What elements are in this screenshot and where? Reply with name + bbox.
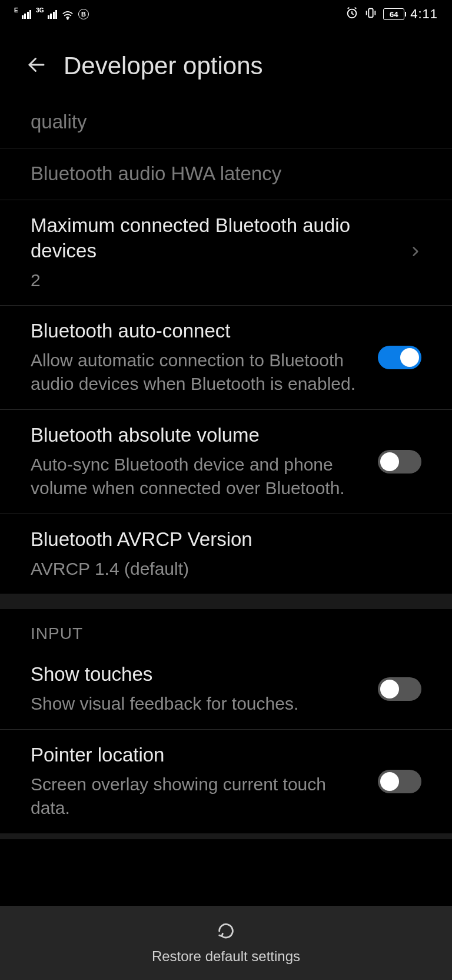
back-arrow-icon[interactable] <box>26 54 47 78</box>
svg-point-0 <box>67 18 68 19</box>
svg-rect-2 <box>369 8 373 17</box>
chevron-right-icon <box>410 246 421 260</box>
setting-pointer-location[interactable]: Pointer location Screen overlay showing … <box>0 730 452 833</box>
setting-title: Bluetooth absolute volume <box>31 423 364 448</box>
page-header: Developer options <box>0 28 452 97</box>
restore-defaults-button[interactable]: Restore default settings <box>0 906 452 980</box>
status-left: E 3G B <box>14 9 89 19</box>
setting-title: Pointer location <box>31 743 364 768</box>
vibrate-icon <box>364 6 377 22</box>
wifi-icon <box>62 9 74 19</box>
setting-title: quality <box>31 110 421 135</box>
signal-icon-2 <box>48 10 58 19</box>
setting-hwa-latency[interactable]: Bluetooth audio HWA latency <box>0 148 452 200</box>
alarm-icon <box>345 6 358 22</box>
toggle-show-touches[interactable] <box>378 677 421 701</box>
setting-title: Bluetooth AVRCP Version <box>31 527 421 552</box>
setting-avrcp-version[interactable]: Bluetooth AVRCP Version AVRCP 1.4 (defau… <box>0 514 452 594</box>
setting-title: Show touches <box>31 662 364 687</box>
setting-description: Screen overlay showing current touch dat… <box>31 773 364 820</box>
status-bar: E 3G B 64 4:11 <box>0 0 452 28</box>
section-divider <box>0 594 452 609</box>
setting-value: 2 <box>31 269 396 293</box>
setting-quality[interactable]: quality <box>0 97 452 148</box>
battery-icon: 64 <box>383 8 404 20</box>
page-title: Developer options <box>64 52 263 80</box>
toggle-pointer-location[interactable] <box>378 770 421 793</box>
setting-description: Auto-sync Bluetooth device and phone vol… <box>31 453 364 501</box>
restore-icon <box>216 921 236 943</box>
setting-show-touches[interactable]: Show touches Show visual feedback for to… <box>0 649 452 729</box>
signal-icon-1 <box>22 10 32 19</box>
setting-title: Maximum connected Bluetooth audio device… <box>31 213 396 264</box>
clock-time: 4:11 <box>410 6 438 22</box>
signal-network-label-1: E <box>14 7 18 14</box>
toggle-bluetooth-auto-connect[interactable] <box>378 346 421 369</box>
setting-title: Bluetooth audio HWA latency <box>31 161 421 187</box>
setting-title: Bluetooth auto-connect <box>31 319 364 344</box>
setting-description: Allow automatic connection to Bluetooth … <box>31 349 364 396</box>
status-right: 64 4:11 <box>345 6 438 22</box>
signal-network-label-2: 3G <box>36 7 44 14</box>
circle-b-icon: B <box>78 9 89 19</box>
section-divider <box>0 833 452 839</box>
setting-description: Show visual feedback for touches. <box>31 692 364 716</box>
section-header-input: INPUT <box>0 609 452 649</box>
settings-list: quality Bluetooth audio HWA latency Maxi… <box>0 97 452 839</box>
setting-value: AVRCP 1.4 (default) <box>31 557 421 581</box>
restore-label: Restore default settings <box>152 948 300 965</box>
setting-bluetooth-absolute-volume[interactable]: Bluetooth absolute volume Auto-sync Blue… <box>0 410 452 514</box>
toggle-bluetooth-absolute-volume[interactable] <box>378 450 421 474</box>
setting-bluetooth-auto-connect[interactable]: Bluetooth auto-connect Allow automatic c… <box>0 306 452 410</box>
setting-max-bluetooth-devices[interactable]: Maximum connected Bluetooth audio device… <box>0 200 452 306</box>
